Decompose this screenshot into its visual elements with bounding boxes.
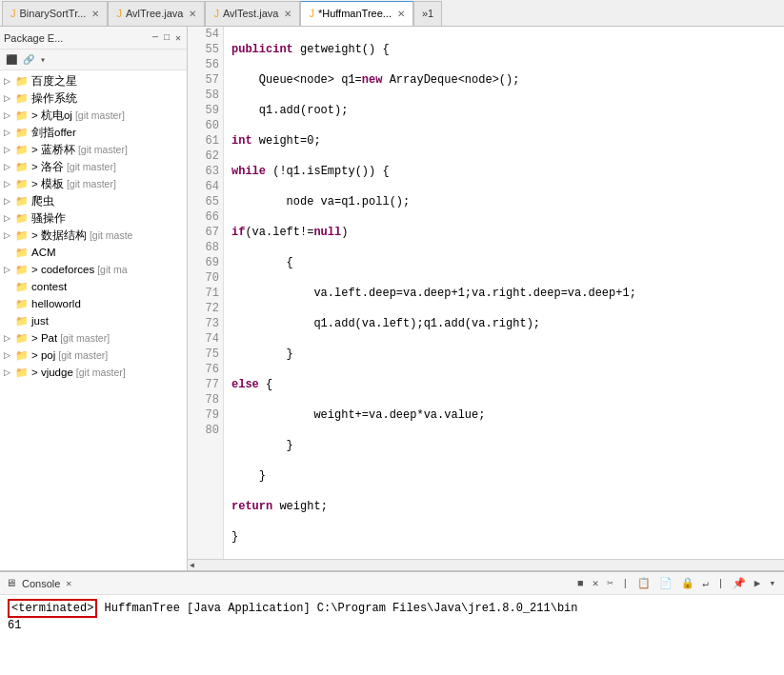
tab-avltest[interactable]: J AvlTest.java ✕ [205,1,300,26]
java-icon-4: J [309,8,314,19]
stop-icon[interactable]: ■ [574,576,587,591]
tab-label-avltree: AvlTree.java [126,8,184,19]
console-icon: 🖥 [6,577,16,589]
tree-item-helloworld[interactable]: ▷ 📁 helloworld [0,295,187,312]
git-label: [git master] [60,332,110,344]
tree-item-lanqiao[interactable]: ▷ 📁 > 蓝桥杯 [git master] [0,141,187,158]
tab-avltree[interactable]: J AvlTree.java ✕ [108,1,205,26]
tab-close-binarysort[interactable]: ✕ [91,9,99,19]
code-line-67: } [231,438,776,453]
tree-item-label: 剑指offer [31,126,76,140]
tree-item-label: > 数据结构 [31,228,87,243]
clear-icon[interactable]: ✂ [604,575,616,591]
folder-icon: 📁 [15,161,29,173]
folder-icon: 📁 [15,349,29,362]
tree-item-contest[interactable]: ▷ 📁 contest [0,278,187,295]
folder-icon: 📁 [15,127,29,139]
minimize-icon[interactable]: ─ [151,31,160,44]
expand-arrow: ▷ [4,265,13,274]
tree-item-pat[interactable]: ▷ 📁 > Pat [git master] [0,329,187,347]
code-line-68: } [231,468,776,484]
tab-close-huffman[interactable]: ✕ [397,9,405,19]
folder-icon: 📁 [15,144,29,156]
pin-icon[interactable]: 📌 [730,575,749,591]
expand-arrow: ▷ [4,333,13,343]
console-terminated-line: <terminated> HuffmanTree [Java Applicati… [8,599,776,618]
tree-item-baidu[interactable]: ▷ 📁 百度之星 [0,72,187,89]
tree-item-saocaozuo[interactable]: ▷ 📁 骚操作 [0,209,187,227]
tree-item-label: 操作系统 [31,91,77,106]
remove-icon[interactable]: ✕ [590,575,602,591]
expand-arrow: ▷ [4,367,13,377]
tree-item-pachong[interactable]: ▷ 📁 爬虫 [0,192,187,209]
git-label: [git master] [78,144,128,155]
tree-item-poj[interactable]: ▷ 📁 > poj [git master] [0,347,187,364]
link-icon[interactable]: 🔗 [21,53,36,67]
expand-arrow: ▷ [4,230,13,240]
tree-item-os[interactable]: ▷ 📁 操作系统 [0,89,187,107]
console-toolbar: ■ ✕ ✂ | 📋 📄 🔒 ↵ | 📌 ▶ ▾ [574,575,778,591]
expand-arrow: ▷ [4,76,13,86]
tree-item-luogu[interactable]: ▷ 📁 > 洛谷 [git master] [0,158,187,175]
code-line-61: { [231,255,776,270]
menu-icon[interactable]: ▾ [38,53,48,67]
tree-item-label: helloworld [31,298,81,309]
tree-item-acm[interactable]: ▷ 📁 ACM [0,244,187,261]
code-line-56: q1.add(root); [231,103,776,118]
folder-icon: 📁 [15,367,29,379]
open-in-console-icon[interactable]: ▶ [752,575,764,591]
console-close-tab[interactable]: ✕ [66,578,71,589]
tab-binarysort[interactable]: J BinarySortTr... ✕ [2,1,108,26]
code-line-69: return weight; [231,499,776,514]
horizontal-scrollbar[interactable]: ◀ [188,559,784,570]
code-content[interactable]: 54 55 56 57 58 59 60 61 62 63 64 65 66 6… [188,27,784,559]
code-line-64: } [231,347,776,362]
tree-item-jianzhi[interactable]: ▷ 📁 剑指offer [0,124,187,141]
menu-console-icon[interactable]: ▾ [766,575,778,591]
tab-huffman[interactable]: J *HuffmanTree... ✕ [300,1,413,26]
git-label: [git maste [90,229,133,241]
code-line-58: while (!q1.isEmpty()) { [231,164,776,179]
tree-item-label: ACM [31,247,56,258]
tree-item-label: 百度之星 [31,74,77,89]
tab-close-avltree[interactable]: ✕ [189,9,196,19]
expand-arrow: ▷ [4,93,13,103]
scroll-left-icon[interactable]: ◀ [190,561,194,569]
terminated-badge: <terminated> [8,599,97,618]
tab-close-avltest[interactable]: ✕ [284,9,291,19]
expand-arrow: ▷ [4,179,13,189]
scroll-lock-icon[interactable]: 🔒 [678,575,697,591]
sidebar-title: Package E... [4,32,63,44]
copy-icon[interactable]: 📋 [634,575,653,591]
collapse-all-icon[interactable]: ⬛ [4,53,19,67]
console-app-info: HuffmanTree [Java Application] C:\Progra… [97,602,577,615]
code-line-54: public int getweight() { [231,42,776,57]
sidebar-header: Package E... ─ □ ✕ [0,27,187,50]
close-sidebar-icon[interactable]: ✕ [173,31,183,45]
tree-item-shujujiegou[interactable]: ▷ 📁 > 数据结构 [git maste [0,227,187,244]
git-label: [git master] [67,178,116,189]
expand-arrow: ▷ [4,162,13,171]
tree-item-moban[interactable]: ▷ 📁 > 模板 [git master] [0,175,187,192]
maximize-icon[interactable]: □ [162,31,171,44]
java-icon-2: J [116,8,122,19]
folder-icon: 📁 [15,315,29,328]
word-wrap-icon[interactable]: ↵ [700,575,713,591]
tab-overflow[interactable]: »1 [413,1,442,26]
java-icon-3: J [213,8,219,19]
code-editor[interactable]: public int getweight() { Queue<node> q1=… [224,27,784,559]
code-line-59: node va=q1.poll(); [231,194,776,209]
tree-item-vjudge[interactable]: ▷ 📁 > vjudge [git master] [0,364,187,381]
tree-item-just[interactable]: ▷ 📁 just [0,312,187,329]
folder-icon: 📁 [15,92,29,105]
paste-icon[interactable]: 📄 [656,575,675,591]
tree-item-label: 骚操作 [31,211,66,226]
main-area: Package E... ─ □ ✕ ⬛ 🔗 ▾ ▷ 📁 百度之星 ▷ 📁 操作… [0,27,784,570]
tree-item-hangdian[interactable]: ▷ 📁 > 杭电oj [git master] [0,107,187,124]
tab-label: BinarySortTr... [20,8,87,19]
tree-item-label: > 杭电oj [31,109,72,123]
sidebar-header-icons: ─ □ ✕ [151,31,183,45]
sidebar-toolbar: ⬛ 🔗 ▾ [0,50,187,70]
separator: | [619,576,632,591]
tree-item-codeforces[interactable]: ▷ 📁 > codeforces [git ma [0,261,187,278]
